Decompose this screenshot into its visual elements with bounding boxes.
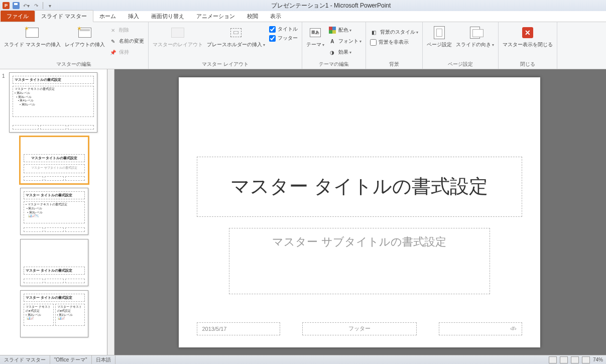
bg-style-button[interactable]: ◧背景のスタイル▾ [369, 27, 419, 38]
page-setup-button[interactable]: ページ設定 [425, 24, 454, 49]
pin-icon: 📌 [109, 48, 117, 56]
redo-button[interactable]: ↷ [32, 1, 41, 10]
separator [43, 2, 43, 9]
layout-thumbnail[interactable]: マスター タイトルの書式設定 マスター テキストの●式設定• 第2レベル 📊📈 … [2, 290, 105, 337]
subtitle-placeholder[interactable]: マスター サブタイトルの書式設定 [229, 228, 490, 294]
tab-home[interactable]: ホーム [93, 11, 122, 22]
colors-icon [329, 27, 336, 34]
qat-customize-button[interactable]: ▾ [45, 1, 54, 10]
zoom-level[interactable]: 74% [593, 357, 603, 362]
title-bar: P ↶▾ ↷ ▾ プレゼンテーション1 - Microsoft PowerPoi… [0, 0, 606, 11]
placeholder-icon [230, 28, 241, 37]
insert-placeholder-button[interactable]: プレースホルダーの挿入▾ [205, 24, 267, 49]
date-placeholder[interactable]: 2013/5/17 [197, 322, 280, 335]
tab-review[interactable]: 校閲 [241, 11, 264, 22]
reading-view-button[interactable] [571, 356, 579, 363]
close-master-view-button[interactable]: ✕ マスター表示を閉じる [501, 24, 555, 49]
theme-button[interactable]: 亜あ テーマ▾ [304, 24, 326, 49]
slide-master-icon [26, 28, 39, 38]
delete-button[interactable]: ✕削除 [108, 25, 145, 36]
status-language[interactable]: 日本語 [92, 355, 115, 364]
thumb-number: 1 [2, 72, 9, 133]
group-master-layout: マスターのレイアウト プレースホルダーの挿入▾ タイトル フッター マスター レ… [149, 22, 302, 69]
orientation-icon [470, 27, 480, 39]
tab-animations[interactable]: アニメーション [190, 11, 241, 22]
insert-layout-button[interactable]: レイアウトの挿入 [63, 24, 107, 49]
layout-thumbnail[interactable]: マスター タイトルの書式設定 マスター サブタイトルの書式設定 [2, 137, 105, 184]
rename-icon: ✎ [109, 37, 117, 45]
close-icon: ✕ [522, 27, 533, 38]
tab-insert[interactable]: 挿入 [122, 11, 145, 22]
window-title: プレゼンテーション1 - Microsoft PowerPoint [56, 2, 606, 10]
tab-view[interactable]: 表示 [264, 11, 287, 22]
master-layout-button: マスターのレイアウト [151, 24, 205, 49]
delete-icon: ✕ [109, 26, 117, 34]
group-background: ◧背景のスタイル▾ 背景を非表示 背景 [366, 22, 423, 69]
theme-icon: 亜あ [310, 28, 321, 37]
insert-slide-master-button[interactable]: スライド マスターの挿入 [2, 24, 63, 49]
colors-button[interactable]: 配色▾ [327, 25, 362, 36]
app-icon[interactable]: P [2, 1, 11, 10]
ribbon: スライド マスターの挿入 レイアウトの挿入 ✕削除 ✎名前の変更 📌保持 マスタ… [0, 22, 606, 69]
title-checkbox[interactable]: タイトル [268, 25, 299, 34]
tab-transitions[interactable]: 画面切り替え [145, 11, 190, 22]
page-icon [434, 26, 445, 39]
title-placeholder[interactable]: マスター タイトルの書式設定 [197, 157, 522, 217]
preserve-button[interactable]: 📌保持 [108, 47, 145, 58]
status-mode[interactable]: スライド マスター [0, 355, 50, 364]
footer-checkbox[interactable]: フッター [268, 34, 299, 43]
ribbon-tabstrip: ファイル スライド マスター ホーム 挿入 画面切り替え アニメーション 校閲 … [0, 11, 606, 22]
bg-style-icon: ◧ [370, 28, 378, 36]
quick-access-toolbar: P ↶▾ ↷ ▾ [0, 1, 56, 10]
orientation-button[interactable]: スライドの向き▾ [454, 24, 496, 49]
slide-canvas[interactable]: マスター タイトルの書式設定 マスター サブタイトルの書式設定 2013/5/1… [179, 77, 540, 347]
hide-bg-checkbox[interactable]: 背景を非表示 [369, 38, 419, 47]
sorter-view-button[interactable] [560, 356, 568, 363]
status-theme[interactable]: "Office テーマ" [50, 355, 92, 364]
normal-view-button[interactable] [549, 356, 557, 363]
layout-icon [78, 28, 91, 38]
slide-editor[interactable]: マスター タイトルの書式設定 マスター サブタイトルの書式設定 2013/5/1… [107, 69, 606, 355]
undo-button[interactable]: ↶▾ [22, 1, 31, 10]
group-page-setup: ページ設定 スライドの向き▾ ページ設定 [423, 22, 499, 69]
fonts-button[interactable]: Aフォント▾ [327, 36, 362, 47]
rename-button[interactable]: ✎名前の変更 [108, 36, 145, 47]
workspace: 1 マスター タイトルの書式設定 マスター テキストの書式設定• 第2レベル •… [0, 69, 606, 355]
slideshow-view-button[interactable] [582, 356, 590, 363]
effects-button[interactable]: ◑効果▾ [327, 47, 362, 58]
font-icon: A [328, 37, 336, 45]
thumbnail-pane[interactable]: 1 マスター タイトルの書式設定 マスター テキストの書式設定• 第2レベル •… [0, 69, 107, 355]
layout-thumbnail[interactable]: マスター タイトルの書式設定 • マスター テキストの書式設定 • 第2レベル … [2, 188, 105, 235]
group-close: ✕ マスター表示を閉じる 閉じる [499, 22, 557, 69]
slide-number-placeholder[interactable]: ‹#› [439, 322, 522, 335]
status-bar: スライド マスター "Office テーマ" 日本語 74% [0, 355, 606, 364]
master-thumbnail[interactable]: 1 マスター タイトルの書式設定 マスター テキストの書式設定• 第2レベル •… [2, 72, 105, 133]
tab-slide-master[interactable]: スライド マスター [35, 10, 93, 22]
master-layout-icon [171, 28, 184, 38]
footer-placeholder[interactable]: フッター [302, 322, 417, 335]
effects-icon: ◑ [328, 48, 336, 56]
group-theme: 亜あ テーマ▾ 配色▾ Aフォント▾ ◑効果▾ テーマの編集 [302, 22, 366, 69]
save-button[interactable] [12, 1, 21, 10]
vertical-ruler [107, 69, 114, 355]
group-edit-master: スライド マスターの挿入 レイアウトの挿入 ✕削除 ✎名前の変更 📌保持 マスタ… [0, 22, 149, 69]
layout-thumbnail[interactable]: マスター タイトルの書式設定 [2, 239, 105, 286]
tab-file[interactable]: ファイル [1, 11, 35, 22]
